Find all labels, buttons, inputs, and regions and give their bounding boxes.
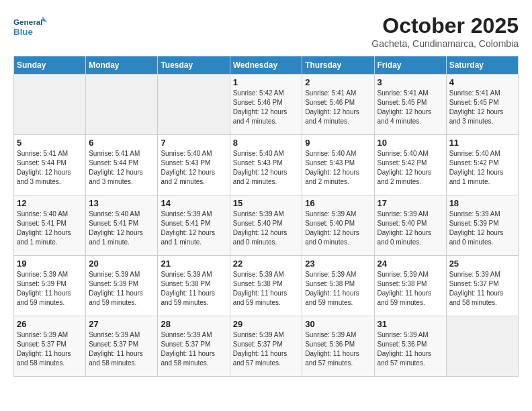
day-info: Sunrise: 5:40 AM Sunset: 5:42 PM Dayligh…	[449, 149, 515, 187]
day-number: 24	[378, 259, 443, 269]
day-info: Sunrise: 5:39 AM Sunset: 5:38 PM Dayligh…	[378, 270, 443, 308]
calendar-week-row: 26Sunrise: 5:39 AM Sunset: 5:37 PM Dayli…	[14, 316, 519, 377]
calendar-cell	[446, 316, 518, 377]
day-number: 29	[233, 319, 300, 329]
calendar-cell: 4Sunrise: 5:41 AM Sunset: 5:45 PM Daylig…	[446, 75, 518, 135]
day-info: Sunrise: 5:41 AM Sunset: 5:46 PM Dayligh…	[305, 89, 371, 126]
day-info: Sunrise: 5:39 AM Sunset: 5:39 PM Dayligh…	[449, 210, 515, 247]
logo-svg: General Blue	[13, 13, 47, 40]
day-info: Sunrise: 5:39 AM Sunset: 5:41 PM Dayligh…	[161, 210, 226, 247]
day-info: Sunrise: 5:39 AM Sunset: 5:40 PM Dayligh…	[378, 210, 443, 247]
header-cell: Wednesday	[230, 56, 302, 75]
calendar-week-row: 5Sunrise: 5:41 AM Sunset: 5:44 PM Daylig…	[14, 135, 519, 195]
svg-text:General: General	[13, 17, 42, 26]
day-number: 14	[161, 198, 226, 208]
day-number: 23	[305, 259, 371, 269]
day-info: Sunrise: 5:39 AM Sunset: 5:36 PM Dayligh…	[378, 330, 443, 368]
day-number: 30	[305, 319, 371, 329]
svg-marker-1	[42, 17, 47, 22]
day-info: Sunrise: 5:39 AM Sunset: 5:39 PM Dayligh…	[17, 270, 83, 308]
day-number: 25	[449, 259, 515, 269]
calendar-cell: 12Sunrise: 5:40 AM Sunset: 5:41 PM Dayli…	[14, 195, 86, 256]
day-number: 5	[17, 138, 83, 148]
calendar-cell: 17Sunrise: 5:39 AM Sunset: 5:40 PM Dayli…	[374, 195, 446, 256]
day-info: Sunrise: 5:40 AM Sunset: 5:42 PM Dayligh…	[378, 149, 443, 187]
day-number: 10	[378, 138, 443, 148]
calendar-cell	[86, 75, 158, 135]
calendar-cell: 21Sunrise: 5:39 AM Sunset: 5:38 PM Dayli…	[158, 256, 230, 316]
day-number: 6	[89, 138, 154, 148]
day-info: Sunrise: 5:41 AM Sunset: 5:45 PM Dayligh…	[449, 89, 515, 126]
day-info: Sunrise: 5:42 AM Sunset: 5:46 PM Dayligh…	[233, 89, 300, 126]
day-info: Sunrise: 5:40 AM Sunset: 5:41 PM Dayligh…	[17, 210, 83, 247]
main-title: October 2025	[371, 13, 519, 38]
title-area: October 2025 Gacheta, Cundinamarca, Colo…	[371, 13, 519, 49]
calendar-cell: 10Sunrise: 5:40 AM Sunset: 5:42 PM Dayli…	[374, 135, 446, 195]
day-number: 16	[305, 198, 371, 208]
header-cell: Friday	[374, 56, 446, 75]
day-number: 26	[17, 319, 83, 329]
calendar-cell: 24Sunrise: 5:39 AM Sunset: 5:38 PM Dayli…	[374, 256, 446, 316]
logo: General Blue	[13, 13, 47, 40]
day-number: 13	[89, 198, 154, 208]
day-number: 28	[161, 319, 226, 329]
calendar-cell: 9Sunrise: 5:40 AM Sunset: 5:43 PM Daylig…	[302, 135, 374, 195]
calendar-cell: 8Sunrise: 5:40 AM Sunset: 5:43 PM Daylig…	[230, 135, 302, 195]
header-cell: Tuesday	[158, 56, 230, 75]
header-cell: Monday	[86, 56, 158, 75]
calendar-cell: 1Sunrise: 5:42 AM Sunset: 5:46 PM Daylig…	[230, 75, 302, 135]
day-number: 8	[233, 138, 300, 148]
header: General Blue October 2025 Gacheta, Cundi…	[13, 13, 519, 49]
calendar-cell	[158, 75, 230, 135]
calendar-week-row: 1Sunrise: 5:42 AM Sunset: 5:46 PM Daylig…	[14, 75, 519, 135]
calendar-week-row: 19Sunrise: 5:39 AM Sunset: 5:39 PM Dayli…	[14, 256, 519, 316]
day-info: Sunrise: 5:39 AM Sunset: 5:37 PM Dayligh…	[89, 330, 154, 368]
calendar-cell: 28Sunrise: 5:39 AM Sunset: 5:37 PM Dayli…	[158, 316, 230, 377]
calendar-cell: 3Sunrise: 5:41 AM Sunset: 5:45 PM Daylig…	[374, 75, 446, 135]
calendar-cell: 30Sunrise: 5:39 AM Sunset: 5:36 PM Dayli…	[302, 316, 374, 377]
calendar-cell: 13Sunrise: 5:40 AM Sunset: 5:41 PM Dayli…	[86, 195, 158, 256]
day-number: 4	[449, 77, 515, 87]
header-cell: Sunday	[14, 56, 86, 75]
calendar-cell: 5Sunrise: 5:41 AM Sunset: 5:44 PM Daylig…	[14, 135, 86, 195]
calendar-body: 1Sunrise: 5:42 AM Sunset: 5:46 PM Daylig…	[14, 75, 519, 377]
header-cell: Thursday	[302, 56, 374, 75]
subtitle: Gacheta, Cundinamarca, Colombia	[371, 38, 519, 49]
day-info: Sunrise: 5:41 AM Sunset: 5:45 PM Dayligh…	[378, 89, 443, 126]
day-number: 15	[233, 198, 300, 208]
day-number: 31	[378, 319, 443, 329]
day-info: Sunrise: 5:41 AM Sunset: 5:44 PM Dayligh…	[89, 149, 154, 187]
calendar-cell: 16Sunrise: 5:39 AM Sunset: 5:40 PM Dayli…	[302, 195, 374, 256]
day-number: 9	[305, 138, 371, 148]
day-info: Sunrise: 5:40 AM Sunset: 5:41 PM Dayligh…	[89, 210, 154, 247]
day-info: Sunrise: 5:39 AM Sunset: 5:37 PM Dayligh…	[233, 330, 300, 368]
day-number: 22	[233, 259, 300, 269]
calendar-week-row: 12Sunrise: 5:40 AM Sunset: 5:41 PM Dayli…	[14, 195, 519, 256]
calendar-cell: 26Sunrise: 5:39 AM Sunset: 5:37 PM Dayli…	[14, 316, 86, 377]
calendar-header: SundayMondayTuesdayWednesdayThursdayFrid…	[14, 56, 519, 75]
day-info: Sunrise: 5:39 AM Sunset: 5:40 PM Dayligh…	[233, 210, 300, 247]
day-info: Sunrise: 5:39 AM Sunset: 5:37 PM Dayligh…	[449, 270, 515, 308]
header-row: SundayMondayTuesdayWednesdayThursdayFrid…	[14, 56, 519, 75]
calendar-cell: 19Sunrise: 5:39 AM Sunset: 5:39 PM Dayli…	[14, 256, 86, 316]
calendar-cell: 2Sunrise: 5:41 AM Sunset: 5:46 PM Daylig…	[302, 75, 374, 135]
day-number: 2	[305, 77, 371, 87]
day-info: Sunrise: 5:40 AM Sunset: 5:43 PM Dayligh…	[161, 149, 226, 187]
calendar-cell: 31Sunrise: 5:39 AM Sunset: 5:36 PM Dayli…	[374, 316, 446, 377]
calendar-cell	[14, 75, 86, 135]
day-info: Sunrise: 5:39 AM Sunset: 5:40 PM Dayligh…	[305, 210, 371, 247]
day-info: Sunrise: 5:41 AM Sunset: 5:44 PM Dayligh…	[17, 149, 83, 187]
day-info: Sunrise: 5:39 AM Sunset: 5:38 PM Dayligh…	[233, 270, 300, 308]
day-info: Sunrise: 5:40 AM Sunset: 5:43 PM Dayligh…	[305, 149, 371, 187]
day-info: Sunrise: 5:39 AM Sunset: 5:36 PM Dayligh…	[305, 330, 371, 368]
day-info: Sunrise: 5:39 AM Sunset: 5:37 PM Dayligh…	[161, 330, 226, 368]
day-info: Sunrise: 5:39 AM Sunset: 5:38 PM Dayligh…	[305, 270, 371, 308]
calendar-cell: 14Sunrise: 5:39 AM Sunset: 5:41 PM Dayli…	[158, 195, 230, 256]
calendar-cell: 22Sunrise: 5:39 AM Sunset: 5:38 PM Dayli…	[230, 256, 302, 316]
day-number: 12	[17, 198, 83, 208]
calendar-cell: 18Sunrise: 5:39 AM Sunset: 5:39 PM Dayli…	[446, 195, 518, 256]
day-number: 11	[449, 138, 515, 148]
day-number: 7	[161, 138, 226, 148]
day-number: 17	[378, 198, 443, 208]
calendar-cell: 15Sunrise: 5:39 AM Sunset: 5:40 PM Dayli…	[230, 195, 302, 256]
